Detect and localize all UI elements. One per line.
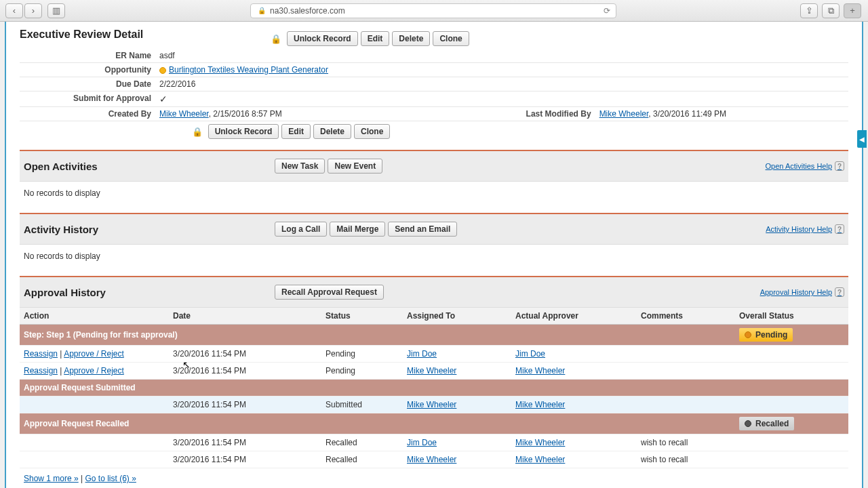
value-er-name: asdf xyxy=(155,49,487,63)
col-date: Date xyxy=(169,308,321,325)
col-status: Status xyxy=(321,308,403,325)
table-row: 3/20/2016 11:54 PM Recalled Jim Doe Mike… xyxy=(20,434,848,451)
activity-history-header: Activity History Log a Call Mail Merge S… xyxy=(20,214,848,245)
col-action: Action xyxy=(20,308,169,325)
show-more-link[interactable]: Show 1 more » xyxy=(24,474,79,483)
check-icon: ✓ xyxy=(159,94,167,104)
sidebar-toggle-button[interactable]: ▥ xyxy=(47,3,65,18)
edit-button[interactable]: Edit xyxy=(361,31,390,46)
table-row: Reassign | Approve / Reject 3/20/2016 11… xyxy=(20,346,848,363)
approver-link[interactable]: Mike Wheeler xyxy=(515,400,565,409)
opportunity-icon xyxy=(159,67,166,74)
assigned-link[interactable]: Mike Wheeler xyxy=(407,366,456,375)
detail-button-row-top: 🔒 Unlock Record Edit Delete Clone xyxy=(271,28,469,49)
label-due-date: Due Date xyxy=(20,77,155,92)
reassign-link[interactable]: Reassign xyxy=(24,349,58,359)
open-activities-body: No records to display xyxy=(20,182,848,205)
label-modified-by: Last Modified By xyxy=(487,107,595,121)
new-tab-button[interactable]: + xyxy=(844,3,861,18)
label-submit-approval: Submit for Approval xyxy=(20,92,155,107)
table-row: 3/20/2016 11:54 PM Recalled Mike Wheeler… xyxy=(20,451,848,468)
clone-button[interactable]: Clone xyxy=(354,124,390,139)
help-icon: ? xyxy=(835,287,844,297)
delete-button[interactable]: Delete xyxy=(392,31,430,46)
tabs-button[interactable]: ⧉ xyxy=(822,3,840,18)
table-header-row: Action Date Status Assigned To Actual Ap… xyxy=(20,308,848,325)
label-opportunity: Opportunity xyxy=(20,63,155,77)
col-comments: Comments xyxy=(637,308,735,325)
status-pending-badge: Pending xyxy=(739,328,793,342)
label-created-by: Created By xyxy=(20,107,155,121)
reload-icon[interactable]: ⟳ xyxy=(604,6,610,16)
approver-link[interactable]: Jim Doe xyxy=(515,349,545,359)
approval-history-table: Action Date Status Assigned To Actual Ap… xyxy=(20,308,848,468)
padlock-icon: 🔒 xyxy=(192,127,203,137)
modified-by-date: , 3/20/2016 11:49 PM xyxy=(648,109,726,119)
recalled-row-header: Approval Request Recalled Recalled xyxy=(20,413,848,434)
open-activities-help-link[interactable]: Open Activities Help? xyxy=(766,161,844,171)
approval-history-title: Approval History xyxy=(24,287,275,298)
recall-approval-button[interactable]: Recall Approval Request xyxy=(275,285,384,300)
created-by-date: , 2/15/2016 8:57 PM xyxy=(209,109,282,119)
open-activities-title: Open Activities xyxy=(24,161,275,172)
activity-history-title: Activity History xyxy=(24,224,275,235)
edit-button[interactable]: Edit xyxy=(281,124,311,139)
col-assigned: Assigned To xyxy=(403,308,511,325)
assigned-link[interactable]: Jim Doe xyxy=(407,349,437,359)
side-expand-tab[interactable]: ◀ xyxy=(857,130,867,148)
table-row: Reassign | Approve / Reject 3/20/2016 11… xyxy=(20,363,848,380)
open-activities-header: Open Activities New Task New Event Open … xyxy=(20,151,848,182)
list-pagination: Show 1 more » | Go to list (6) » xyxy=(20,468,848,488)
detail-fields: ER Name asdf Opportunity Burlington Text… xyxy=(20,49,848,121)
approve-reject-link[interactable]: Approve / Reject xyxy=(64,366,124,375)
assigned-link[interactable]: Mike Wheeler xyxy=(407,400,456,409)
forward-button[interactable]: › xyxy=(24,3,42,18)
unlock-record-button[interactable]: Unlock Record xyxy=(287,31,358,46)
label-er-name: ER Name xyxy=(20,49,155,63)
page-content: ◀ Executive Review Detail 🔒 Unlock Recor… xyxy=(5,22,863,488)
log-call-button[interactable]: Log a Call xyxy=(275,222,327,237)
help-icon: ? xyxy=(835,161,844,171)
approval-history-help-link[interactable]: Approval History Help? xyxy=(760,287,844,297)
url-text: na30.salesforce.com xyxy=(270,6,345,16)
back-button[interactable]: ‹ xyxy=(5,3,23,18)
reassign-link[interactable]: Reassign xyxy=(24,366,58,375)
modified-by-link[interactable]: Mike Wheeler xyxy=(599,109,649,119)
approval-history-header: Approval History Recall Approval Request… xyxy=(20,277,848,308)
unlock-record-button[interactable]: Unlock Record xyxy=(208,124,279,139)
go-to-list-link[interactable]: Go to list (6) » xyxy=(85,474,136,483)
activity-history-body: No records to display xyxy=(20,245,848,268)
share-button[interactable]: ⇪ xyxy=(800,3,818,18)
table-row: 3/20/2016 11:54 PM Submitted Mike Wheele… xyxy=(20,396,848,413)
help-icon: ? xyxy=(835,224,844,234)
approve-reject-link[interactable]: Approve / Reject xyxy=(64,349,124,359)
assigned-link[interactable]: Mike Wheeler xyxy=(407,455,456,464)
delete-button[interactable]: Delete xyxy=(313,124,351,139)
status-recalled-badge: Recalled xyxy=(739,417,794,430)
page-title: Executive Review Detail xyxy=(20,28,143,41)
activity-history-help-link[interactable]: Activity History Help? xyxy=(766,224,844,234)
step-row: Step: Step 1 (Pending for first approval… xyxy=(20,325,848,346)
approver-link[interactable]: Mike Wheeler xyxy=(515,366,565,375)
detail-button-row-bottom: 🔒 Unlock Record Edit Delete Clone xyxy=(155,121,427,142)
col-approver: Actual Approver xyxy=(511,308,637,325)
opportunity-link[interactable]: Burlington Textiles Weaving Plant Genera… xyxy=(169,65,328,75)
clone-button[interactable]: Clone xyxy=(433,31,469,46)
new-event-button[interactable]: New Event xyxy=(328,159,382,174)
submitted-row-header: Approval Request Submitted xyxy=(20,380,848,396)
approver-link[interactable]: Mike Wheeler xyxy=(515,438,565,447)
lock-icon: 🔒 xyxy=(258,7,266,14)
browser-toolbar: ‹ › ▥ 🔒 na30.salesforce.com ⟳ ⇪ ⧉ + xyxy=(0,0,868,22)
new-task-button[interactable]: New Task xyxy=(275,159,325,174)
mail-merge-button[interactable]: Mail Merge xyxy=(330,222,385,237)
col-overall: Overall Status xyxy=(735,308,848,325)
assigned-link[interactable]: Jim Doe xyxy=(407,438,437,447)
created-by-link[interactable]: Mike Wheeler xyxy=(159,109,209,119)
value-due-date: 2/22/2016 xyxy=(155,77,487,92)
approver-link[interactable]: Mike Wheeler xyxy=(515,455,565,464)
padlock-icon: 🔒 xyxy=(271,34,281,44)
send-email-button[interactable]: Send an Email xyxy=(388,222,457,237)
address-bar[interactable]: 🔒 na30.salesforce.com ⟳ xyxy=(250,3,616,18)
